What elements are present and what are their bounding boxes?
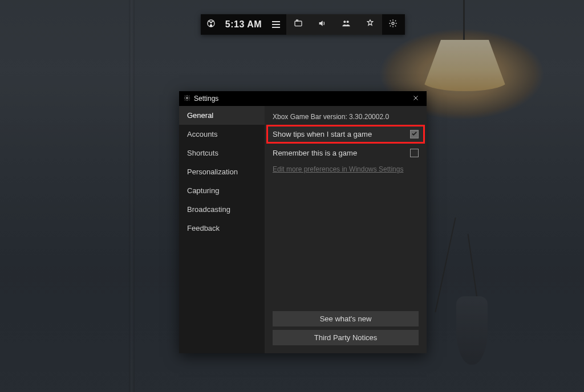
performance-icon	[366, 19, 375, 30]
settings-window: Settings General Accounts Shortcuts Pers…	[179, 91, 427, 353]
settings-content: Xbox Game Bar version: 3.30.20002.0 Show…	[265, 106, 427, 353]
close-button[interactable]	[409, 92, 422, 105]
xbox-icon	[206, 19, 216, 30]
svg-point-4	[347, 21, 349, 23]
sidebar-item-label: Accounts	[187, 130, 217, 138]
sidebar-item-personalization[interactable]: Personalization	[179, 162, 265, 181]
settings-titlebar: Settings	[179, 91, 427, 106]
option-remember-game[interactable]: Remember this is a game	[268, 145, 423, 161]
settings-body: General Accounts Shortcuts Personalizati…	[179, 106, 427, 353]
audio-button[interactable]	[310, 14, 334, 35]
sidebar-item-label: Capturing	[187, 186, 219, 195]
sidebar-item-capturing[interactable]: Capturing	[179, 181, 265, 200]
gear-icon	[184, 95, 190, 103]
audio-icon	[318, 19, 327, 30]
sidebar-item-general[interactable]: General	[179, 106, 265, 125]
sidebar-item-label: Broadcasting	[187, 205, 230, 214]
sidebar-item-label: General	[187, 111, 213, 120]
svg-point-3	[343, 21, 346, 23]
version-text: Xbox Game Bar version: 3.30.20002.0	[273, 113, 419, 121]
sidebar-item-accounts[interactable]: Accounts	[179, 125, 265, 144]
xbox-button[interactable]	[201, 14, 221, 35]
sidebar-item-label: Shortcuts	[187, 149, 218, 157]
settings-title: Settings	[194, 95, 218, 103]
settings-button[interactable]	[382, 14, 404, 35]
option-show-tips[interactable]: Show tips when I start a game	[268, 126, 423, 142]
sidebar-item-label: Feedback	[187, 224, 220, 232]
edit-more-preferences-link[interactable]: Edit more preferences in Windows Setting…	[273, 165, 419, 173]
performance-button[interactable]	[358, 14, 382, 35]
option-label: Show tips when I start a game	[273, 130, 372, 138]
xbox-game-bar-topbar: 5:13 AM	[201, 14, 405, 35]
sidebar-item-label: Personalization	[187, 168, 238, 176]
clock-time: 5:13 AM	[225, 19, 262, 30]
sidebar-item-shortcuts[interactable]: Shortcuts	[179, 144, 265, 162]
social-icon	[342, 19, 351, 30]
content-bottom: See what's new Third Party Notices	[273, 311, 419, 345]
capture-button[interactable]	[286, 14, 310, 35]
sidebar-item-feedback[interactable]: Feedback	[179, 219, 265, 238]
svg-point-6	[186, 97, 188, 99]
sidebar-item-broadcasting[interactable]: Broadcasting	[179, 200, 265, 219]
see-whats-new-button[interactable]: See what's new	[273, 311, 419, 326]
option-label: Remember this is a game	[273, 149, 357, 157]
capture-icon	[294, 19, 303, 30]
widgets-menu-button[interactable]	[266, 14, 286, 35]
third-party-notices-button[interactable]: Third Party Notices	[273, 330, 419, 345]
checkbox-show-tips[interactable]	[410, 130, 419, 138]
checkbox-remember-game[interactable]	[410, 149, 419, 157]
clock: 5:13 AM	[221, 14, 266, 35]
social-button[interactable]	[334, 14, 358, 35]
close-icon	[412, 95, 419, 103]
settings-sidebar: General Accounts Shortcuts Personalizati…	[179, 106, 265, 353]
svg-rect-1	[295, 21, 302, 26]
settings-icon	[388, 19, 398, 30]
menu-icon	[272, 21, 280, 28]
svg-rect-2	[297, 20, 298, 21]
titlebar-left: Settings	[184, 95, 218, 103]
check-icon	[411, 130, 417, 138]
svg-point-5	[392, 22, 394, 24]
